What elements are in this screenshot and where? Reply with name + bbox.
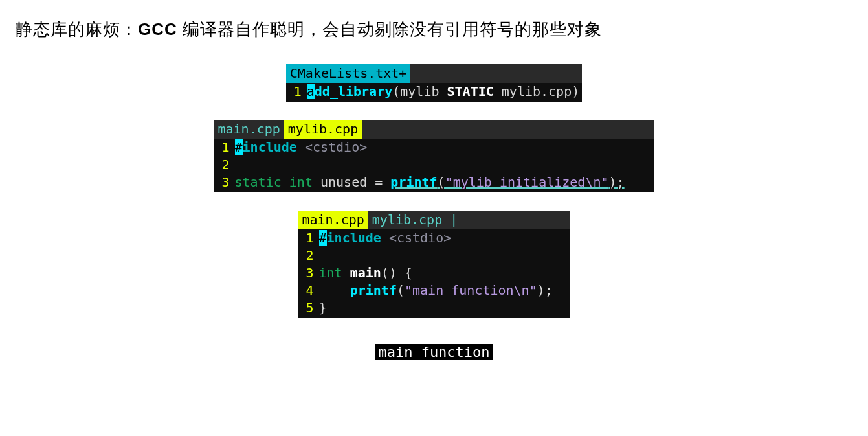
token-keyword: include — [327, 230, 381, 246]
line-number: 1 — [214, 139, 235, 156]
token: (mylib — [392, 84, 447, 99]
space — [342, 265, 350, 281]
cursor: a — [307, 84, 315, 99]
tab-main-active[interactable]: main.cpp — [298, 211, 368, 229]
code-line: 1 #include <cstdio> — [298, 229, 568, 247]
token-fn: dd_library — [315, 84, 392, 99]
code-block-cmakelists: CMakeLists.txt+ 1 add_library(mylib STAT… — [286, 64, 582, 102]
heading: 静态库的麻烦：GCC 编译器自作聪明，会自动剔除没有引用符号的那些对象 — [0, 18, 868, 41]
tab-bar: main.cpp mylib.cpp | — [298, 211, 570, 229]
line-content: printf("main function\n"); — [319, 282, 553, 299]
tab-mylib-inactive[interactable]: mylib.cpp | — [368, 211, 462, 229]
code-line: 2 — [214, 156, 652, 174]
token-header: <cstdio> — [389, 230, 451, 246]
token: ( — [397, 282, 405, 298]
tab-cmakelists[interactable]: CMakeLists.txt+ — [286, 64, 411, 83]
tab-main-inactive[interactable]: main.cpp — [214, 120, 284, 139]
cursor: # — [235, 139, 243, 155]
code-body: 1 #include <cstdio> 2 3 int main() { 4 p… — [298, 229, 570, 318]
code-block-mylib: main.cpp mylib.cpp 1 #include <cstdio> 2… — [214, 120, 654, 192]
code-line: 3 int main() { — [298, 264, 568, 282]
code-line: 3 static int unused = printf("mylib init… — [214, 174, 652, 191]
line-number: 2 — [298, 247, 319, 264]
token: unused = — [320, 174, 390, 190]
token-header: <cstdio> — [305, 139, 367, 155]
token-keyword: static — [235, 174, 282, 190]
token-string: "mylib initialized\n" — [445, 174, 609, 190]
code-line: 4 printf("main function\n"); — [298, 282, 568, 299]
code-line: 2 — [298, 247, 568, 264]
line-number: 1 — [298, 229, 319, 247]
cursor: # — [319, 230, 327, 246]
token-keyword: int — [289, 174, 313, 190]
line-number: 1 — [286, 83, 307, 100]
code-body: 1 #include <cstdio> 2 3 static int unuse… — [214, 139, 654, 192]
token: ( — [438, 174, 445, 190]
token: mylib.cpp) — [494, 84, 579, 99]
token-keyword: STATIC — [447, 84, 494, 99]
code-body: 1 add_library(mylib STATIC mylib.cpp) — [286, 83, 582, 102]
space — [313, 174, 320, 190]
tab-bar: main.cpp mylib.cpp — [214, 120, 654, 139]
line-content: } — [319, 299, 327, 317]
token-call: printf — [350, 282, 397, 298]
line-number: 2 — [214, 156, 235, 174]
line-number: 3 — [214, 174, 235, 191]
token: ); — [609, 174, 625, 190]
token: () { — [381, 265, 412, 281]
line-number: 3 — [298, 264, 319, 282]
space — [297, 139, 305, 155]
line-number: 5 — [298, 299, 319, 317]
code-block-main: main.cpp mylib.cpp | 1 #include <cstdio>… — [298, 211, 570, 318]
token-fn: main — [350, 265, 381, 281]
line-content: add_library(mylib STATIC mylib.cpp) — [307, 83, 579, 100]
line-number: 4 — [298, 282, 319, 299]
space — [282, 174, 289, 190]
token-string: "main function\n" — [405, 282, 537, 298]
token-keyword: include — [243, 139, 297, 155]
heading-bold: GCC — [138, 19, 177, 39]
code-line: 1 add_library(mylib STATIC mylib.cpp) — [286, 83, 579, 100]
heading-post: 编译器自作聪明，会自动剔除没有引用符号的那些对象 — [177, 19, 602, 39]
token-keyword: int — [319, 265, 342, 281]
line-content: static int unused = printf("mylib initia… — [235, 174, 625, 191]
token-call: printf — [390, 174, 437, 190]
code-line: 1 #include <cstdio> — [214, 139, 652, 156]
program-output: main function — [375, 344, 492, 360]
tab-bar: CMakeLists.txt+ — [286, 64, 582, 83]
content-area: CMakeLists.txt+ 1 add_library(mylib STAT… — [0, 64, 868, 360]
code-line: 5 } — [298, 299, 568, 317]
indent — [319, 282, 350, 298]
line-content: #include <cstdio> — [235, 139, 368, 156]
line-content: int main() { — [319, 264, 413, 282]
tab-mylib-active[interactable]: mylib.cpp — [284, 120, 362, 139]
line-content: #include <cstdio> — [319, 229, 452, 247]
heading-pre: 静态库的麻烦： — [16, 19, 138, 39]
space — [381, 230, 389, 246]
token: ); — [537, 282, 553, 298]
